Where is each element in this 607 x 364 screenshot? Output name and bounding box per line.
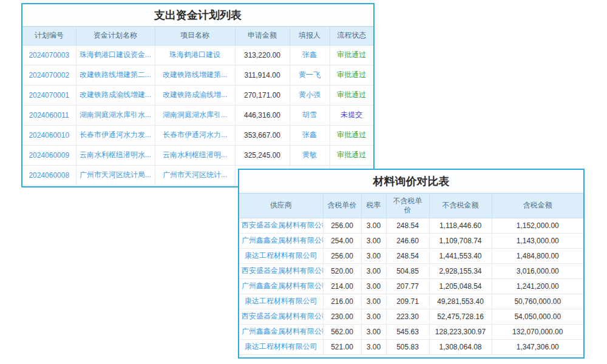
column-header: 含税单价 <box>323 194 361 218</box>
column-header: 流程状态 <box>330 27 373 45</box>
fund-plan-name-link[interactable]: 改建铁路成渝线增建... <box>76 85 155 105</box>
tax-rate-cell: 3.00 <box>361 248 386 263</box>
amount-with-tax-cell: 1,143,000.00 <box>492 233 583 248</box>
supplier-name-link[interactable]: 康达工程材料有限公司 <box>239 339 323 354</box>
amount-with-tax-cell: 1,347,306.00 <box>492 339 583 354</box>
table-row: 2024070003珠海鹤港口建设资金...珠海鹤港口建设313,220.00张… <box>22 45 373 65</box>
unit-price-no-tax-cell: 505.83 <box>386 339 429 354</box>
expense-plan-table-panel: 支出资金计划列表 计划编号资金计划名称项目名称申请金额填报人流程状态 20240… <box>21 3 375 187</box>
amount-no-tax-cell: 52,475,728.16 <box>429 309 492 324</box>
unit-price-no-tax-cell: 207.77 <box>386 278 429 294</box>
unit-price-no-tax-cell: 248.54 <box>386 248 429 263</box>
material-quote-table-panel: 材料询价对比表 供应商含税单价税率不含税单价不含税金额含税金额 西安盛器金属材料… <box>238 169 585 359</box>
fund-plan-name-link[interactable]: 云南水利枢纽潜明水... <box>76 145 155 165</box>
reporter-cell: 胡雪 <box>290 105 330 125</box>
unit-price-no-tax-cell: 246.60 <box>386 233 429 248</box>
fund-plan-name-link[interactable]: 长春市伊通河水力发... <box>76 125 155 145</box>
plan-id-link[interactable]: 2024060011 <box>22 105 76 125</box>
tax-rate-cell: 3.00 <box>361 294 386 309</box>
amount-with-tax-cell: 132,070,000.00 <box>492 324 583 339</box>
supplier-name-link[interactable]: 西安盛器金属材料有限公司 <box>239 309 323 324</box>
expense-plan-table-body: 2024070003珠海鹤港口建设资金...珠海鹤港口建设313,220.00张… <box>22 45 373 185</box>
expense-plan-table-title: 支出资金计划列表 <box>22 4 373 27</box>
table-row: 西安盛器金属材料有限公司256.003.00248.541,118,446.60… <box>239 218 583 233</box>
material-quote-table-title: 材料询价对比表 <box>239 170 583 194</box>
table-row: 2024070001改建铁路成渝线增建...改建铁路成渝线增...270,171… <box>22 85 373 105</box>
supplier-name-link[interactable]: 康达工程材料有限公司 <box>239 294 323 309</box>
project-name-link[interactable]: 改建铁路线增建第... <box>155 65 235 85</box>
fund-plan-name-link[interactable]: 湖南洞庭湖水库引水... <box>76 105 155 125</box>
supplier-name-link[interactable]: 广州鑫鑫金属材料有限公司 <box>239 233 323 248</box>
amount-no-tax-cell: 128,223,300.97 <box>429 324 492 339</box>
table-row: 康达工程材料有限公司521.003.00505.831,308,064.081,… <box>239 339 583 354</box>
workflow-status-cell: 审批通过 <box>330 125 373 145</box>
unit-price-with-tax-cell: 214.00 <box>323 278 361 294</box>
project-name-link[interactable]: 长春市伊通河水力... <box>155 125 235 145</box>
amount-with-tax-cell: 3,016,000.00 <box>492 263 583 278</box>
request-amount-cell: 353,667.00 <box>235 125 290 145</box>
column-header: 申请金额 <box>235 27 290 45</box>
tax-rate-cell: 3.00 <box>361 218 386 233</box>
supplier-name-link[interactable]: 西安盛器金属材料有限公司 <box>239 263 323 278</box>
project-name-link[interactable]: 云南水利枢纽潜明... <box>155 145 235 165</box>
supplier-name-link[interactable]: 广州鑫鑫金属材料有限公司 <box>239 278 323 294</box>
plan-id-link[interactable]: 2024070002 <box>22 65 76 85</box>
amount-no-tax-cell: 1,109,708.74 <box>429 233 492 248</box>
tax-rate-cell: 3.00 <box>361 309 386 324</box>
project-name-link[interactable]: 湖南洞庭湖水库引... <box>155 105 235 125</box>
project-name-link[interactable]: 珠海鹤港口建设 <box>155 45 235 65</box>
plan-id-link[interactable]: 2024060010 <box>22 125 76 145</box>
workflow-status-cell: 审批通过 <box>330 85 373 105</box>
supplier-name-link[interactable]: 康达工程材料有限公司 <box>239 248 323 263</box>
supplier-name-link[interactable]: 广州鑫鑫金属材料有限公司 <box>239 324 323 339</box>
amount-no-tax-cell: 1,308,064.08 <box>429 339 492 354</box>
amount-no-tax-cell: 1,441,553.40 <box>429 248 492 263</box>
column-header: 填报人 <box>290 27 330 45</box>
workflow-status-cell: 审批通过 <box>330 45 373 65</box>
request-amount-cell: 313,220.00 <box>235 45 290 65</box>
unit-price-with-tax-cell: 562.00 <box>323 324 361 339</box>
column-header: 资金计划名称 <box>76 27 155 45</box>
table-row: 2024060009云南水利枢纽潜明水...云南水利枢纽潜明...325,245… <box>22 145 373 165</box>
unit-price-no-tax-cell: 223.30 <box>386 309 429 324</box>
reporter-cell: 张鑫 <box>290 125 330 145</box>
table-row: 2024060011湖南洞庭湖水库引水...湖南洞庭湖水库引...446,316… <box>22 105 373 125</box>
amount-no-tax-cell: 1,118,446.60 <box>429 218 492 233</box>
amount-with-tax-cell: 1,484,800.00 <box>492 248 583 263</box>
supplier-name-link[interactable]: 西安盛器金属材料有限公司 <box>239 218 323 233</box>
amount-with-tax-cell: 1,241,200.00 <box>492 278 583 294</box>
reporter-cell: 张鑫 <box>290 45 330 65</box>
fund-plan-name-link[interactable]: 广州市天河区统计局... <box>76 165 155 185</box>
column-header: 不含税金额 <box>429 194 492 218</box>
unit-price-with-tax-cell: 520.00 <box>323 263 361 278</box>
plan-id-link[interactable]: 2024060009 <box>22 145 76 165</box>
project-name-link[interactable]: 改建铁路成渝线增... <box>155 85 235 105</box>
material-quote-header-row: 供应商含税单价税率不含税单价不含税金额含税金额 <box>239 194 583 218</box>
tax-rate-cell: 3.00 <box>361 278 386 294</box>
fund-plan-name-link[interactable]: 改建铁路线增建第二... <box>76 65 155 85</box>
reporter-cell: 黄敏 <box>290 145 330 165</box>
table-row: 康达工程材料有限公司216.003.00209.7149,281,553.405… <box>239 294 583 309</box>
tax-rate-cell: 3.00 <box>361 339 386 354</box>
workflow-status-cell: 审批通过 <box>330 65 373 85</box>
unit-price-with-tax-cell: 256.00 <box>323 218 361 233</box>
plan-id-link[interactable]: 2024070001 <box>22 85 76 105</box>
page: 支出资金计划列表 计划编号资金计划名称项目名称申请金额填报人流程状态 20240… <box>0 0 607 364</box>
column-header: 含税金额 <box>492 194 583 218</box>
column-header: 税率 <box>361 194 386 218</box>
tax-rate-cell: 3.00 <box>361 263 386 278</box>
column-header: 计划编号 <box>22 27 76 45</box>
column-header: 项目名称 <box>155 27 235 45</box>
reporter-cell: 黄一飞 <box>290 65 330 85</box>
fund-plan-name-link[interactable]: 珠海鹤港口建设资金... <box>76 45 155 65</box>
material-quote-table-body: 西安盛器金属材料有限公司256.003.00248.541,118,446.60… <box>239 218 583 354</box>
request-amount-cell: 446,316.00 <box>235 105 290 125</box>
amount-no-tax-cell: 1,205,048.54 <box>429 278 492 294</box>
tax-rate-cell: 3.00 <box>361 233 386 248</box>
plan-id-link[interactable]: 2024070003 <box>22 45 76 65</box>
project-name-link[interactable]: 广州市天河区统计... <box>155 165 235 185</box>
workflow-status-cell: 未提交 <box>330 105 373 125</box>
plan-id-link[interactable]: 2024060008 <box>22 165 76 185</box>
material-quote-table: 供应商含税单价税率不含税单价不含税金额含税金额 西安盛器金属材料有限公司256.… <box>239 194 583 355</box>
table-row: 2024070002改建铁路线增建第二...改建铁路线增建第...311,914… <box>22 65 373 85</box>
